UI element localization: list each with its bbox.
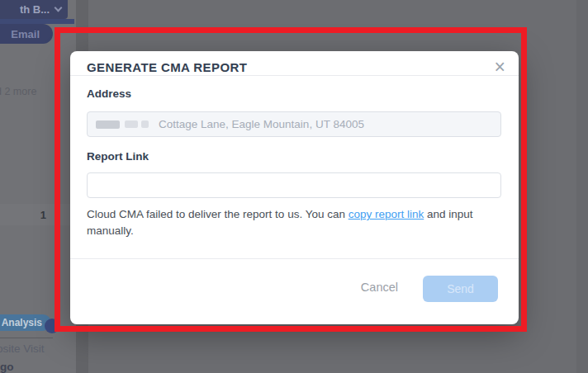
generate-cma-report-dialog: GENERATE CMA REPORT × Address Cottage La… [70,51,519,324]
cancel-button[interactable]: Cancel [361,276,398,300]
dialog-header: GENERATE CMA REPORT × [70,51,519,76]
helper-text-before: Cloud CMA failed to deliver the report t… [87,208,349,220]
dialog-footer: Cancel Send [70,258,519,324]
address-value: Cottage Lane, Eagle Mountain, UT 84005 [159,118,364,130]
background-analysis-badge: Analysis [0,314,51,331]
redacted-block [141,120,149,128]
close-icon[interactable]: × [495,58,505,77]
screen: th B... Email d 2 more 1 Analysis osite … [0,0,588,373]
background-highlighted-row: 1 [0,204,76,225]
report-link-field [87,172,501,198]
background-count-badge: 1 [40,209,46,221]
background-right-edge [576,0,588,373]
background-dropdown-label: th B... [20,3,50,16]
address-label: Address [87,87,131,100]
background-email-badge: Email [0,24,53,44]
chevron-down-icon [55,4,63,12]
background-visit-text: osite Visit [0,342,45,355]
report-link-input[interactable] [96,173,492,197]
address-input: Cottage Lane, Eagle Mountain, UT 84005 [87,111,501,137]
report-link-label: Report Link [87,150,149,163]
send-button[interactable]: Send [423,276,498,302]
redacted-block [125,120,138,128]
background-more-text: d 2 more [0,86,36,97]
redacted-block [96,120,120,129]
helper-text: Cloud CMA failed to deliver the report t… [87,206,501,239]
background-floating-button [45,319,59,333]
copy-report-link[interactable]: copy report link [349,208,424,220]
dialog-title: GENERATE CMA REPORT [87,60,247,74]
background-divider-line [0,338,53,338]
background-ago-text: go [0,361,14,373]
background-dropdown-button: th B... [0,0,68,19]
